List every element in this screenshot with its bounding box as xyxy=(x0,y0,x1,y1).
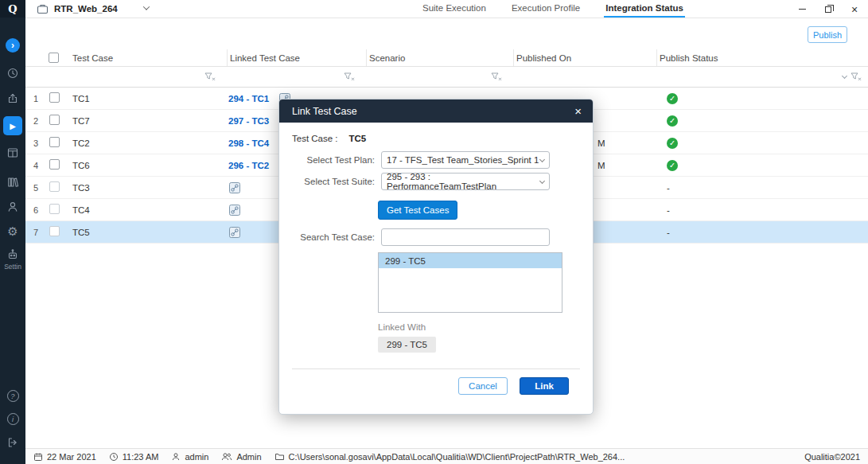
linked-with-label: Linked With xyxy=(378,322,580,332)
library-books-icon xyxy=(6,176,19,189)
sidebar-item-logout[interactable] xyxy=(0,436,25,449)
project-icon xyxy=(37,3,49,14)
project-selector[interactable]: RTR_Web_264 xyxy=(25,0,149,18)
logo-glyph: Q xyxy=(8,3,17,15)
filter-test-case[interactable] xyxy=(70,72,227,81)
linked-test-case-link[interactable]: 294 - TC1 xyxy=(228,94,269,103)
filter-funnel-icon xyxy=(850,72,862,81)
status-user: admin xyxy=(171,452,208,462)
column-header-linked-test-case[interactable]: Linked Test Case xyxy=(227,49,366,66)
tab-suite-execution[interactable]: Suite Execution xyxy=(421,0,488,18)
row-checkbox[interactable] xyxy=(49,115,60,125)
clock-icon xyxy=(109,452,119,462)
project-name: RTR_Web_264 xyxy=(54,4,118,14)
sidebar-item-users[interactable] xyxy=(0,201,25,213)
help-icon: ? xyxy=(7,390,19,402)
search-test-case-input[interactable] xyxy=(381,228,550,246)
row-checkbox[interactable] xyxy=(49,204,60,214)
published-check-icon: ✓ xyxy=(667,160,678,171)
link-test-case-icon[interactable] xyxy=(228,204,241,216)
user-icon xyxy=(171,452,181,462)
linked-test-case-link[interactable]: 298 - TC4 xyxy=(228,138,269,148)
filter-linked-test-case[interactable] xyxy=(227,72,366,81)
test-case-results-listbox: 299 - TC5 xyxy=(378,252,562,313)
test-case-cell: TC6 xyxy=(70,161,227,170)
gear-icon: ⚙ xyxy=(7,224,18,239)
sidebar-item-about[interactable]: i xyxy=(0,413,25,425)
dialog-close-button[interactable]: × xyxy=(573,105,583,117)
select-all-checkbox[interactable] xyxy=(49,53,59,63)
row-checkbox[interactable] xyxy=(49,137,60,147)
link-test-case-dialog: Link Test Case × Test Case : TC5 Select … xyxy=(278,99,594,415)
column-header-publish-status[interactable]: Publish Status xyxy=(656,49,868,66)
get-test-cases-button[interactable]: Get Test Cases xyxy=(378,201,457,220)
users-icon xyxy=(221,452,232,462)
row-checkbox[interactable] xyxy=(49,181,60,192)
sidebar-item-execution-active[interactable]: ▶ xyxy=(0,116,25,135)
published-check-icon: ✓ xyxy=(667,93,678,104)
close-button[interactable]: × xyxy=(849,4,860,15)
filter-scenario[interactable] xyxy=(366,72,513,81)
dialog-title: Link Test Case xyxy=(292,106,357,117)
publish-status-cell: - xyxy=(656,183,868,193)
robot-icon xyxy=(6,248,19,261)
test-case-cell: TC3 xyxy=(70,183,227,193)
filter-funnel-icon xyxy=(204,72,216,81)
link-test-case-icon[interactable] xyxy=(228,181,241,194)
chevron-down-icon xyxy=(539,177,545,183)
link-button[interactable]: Link xyxy=(520,377,569,395)
test-case-label: Test Case : xyxy=(292,134,338,143)
user-icon xyxy=(6,201,19,213)
linked-test-case-link[interactable]: 296 - TC2 xyxy=(228,161,269,170)
linked-with-chip: 299 - TC5 xyxy=(378,337,436,353)
test-plan-select[interactable]: 17 - TFS_Test Team_Stories_Sprint 1 xyxy=(381,151,550,169)
link-test-case-icon[interactable] xyxy=(228,226,241,239)
column-header-test-case[interactable]: Test Case xyxy=(70,49,227,66)
sidebar-item-launch[interactable]: › xyxy=(0,38,25,53)
play-icon: ▶ xyxy=(3,116,22,135)
test-case-cell: TC5 xyxy=(70,228,227,237)
sidebar-item-settings[interactable]: ⚙ xyxy=(0,224,25,239)
window-controls: × xyxy=(796,0,863,18)
row-checkbox[interactable] xyxy=(49,159,60,170)
column-header-scenario[interactable]: Scenario xyxy=(366,49,513,66)
column-header-published-on[interactable]: Published On xyxy=(513,49,656,66)
sidebar-item-history[interactable] xyxy=(0,67,25,80)
sidebar-item-export[interactable] xyxy=(0,92,25,105)
info-icon: i xyxy=(7,413,19,425)
status-date: 22 Mar 2021 xyxy=(33,452,96,462)
filter-funnel-icon xyxy=(344,72,355,81)
test-suite-select[interactable]: 295 - 293 : PerformanceTeamTestPlan xyxy=(381,173,550,190)
linked-test-case-link[interactable]: 297 - TC3 xyxy=(228,116,269,126)
filter-publish-status[interactable] xyxy=(656,72,868,81)
row-checkbox[interactable] xyxy=(49,226,60,236)
restore-button[interactable] xyxy=(823,4,834,15)
tab-integration-status[interactable]: Integration Status xyxy=(604,0,685,18)
copyright-label: Qualitia©2021 xyxy=(804,452,860,462)
test-plan-label: Select Test Plan: xyxy=(292,155,375,165)
minimize-button[interactable] xyxy=(796,4,808,15)
test-case-cell: TC1 xyxy=(70,94,227,103)
publish-status-cell: - xyxy=(656,228,868,237)
published-check-icon: ✓ xyxy=(667,138,678,149)
logout-icon xyxy=(6,436,19,449)
status-project-path: C:\Users\sonal.gosavi\AppData\Local\Qual… xyxy=(274,452,625,462)
minimize-icon xyxy=(799,9,806,10)
sidebar-item-help[interactable]: ? xyxy=(0,390,25,402)
status-bar: 22 Mar 2021 11:23 AM admin Admin C:\User… xyxy=(25,448,868,464)
test-case-value: TC5 xyxy=(349,134,367,143)
sidebar-item-library[interactable] xyxy=(0,176,25,189)
publish-button[interactable]: Publish xyxy=(808,26,847,43)
close-icon: × xyxy=(851,4,858,15)
filter-funnel-icon xyxy=(491,72,502,81)
result-item-selected[interactable]: 299 - TC5 xyxy=(379,253,562,268)
cancel-button[interactable]: Cancel xyxy=(458,377,508,395)
sidebar-item-automation[interactable] xyxy=(0,248,25,261)
table-filter-row xyxy=(25,67,868,88)
tab-execution-profile[interactable]: Execution Profile xyxy=(510,0,582,18)
sidebar-item-suites[interactable] xyxy=(0,146,25,159)
row-checkbox[interactable] xyxy=(49,92,60,103)
launch-icon: › xyxy=(6,38,20,53)
dialog-header: Link Test Case × xyxy=(279,99,593,123)
published-check-icon: ✓ xyxy=(667,115,678,127)
